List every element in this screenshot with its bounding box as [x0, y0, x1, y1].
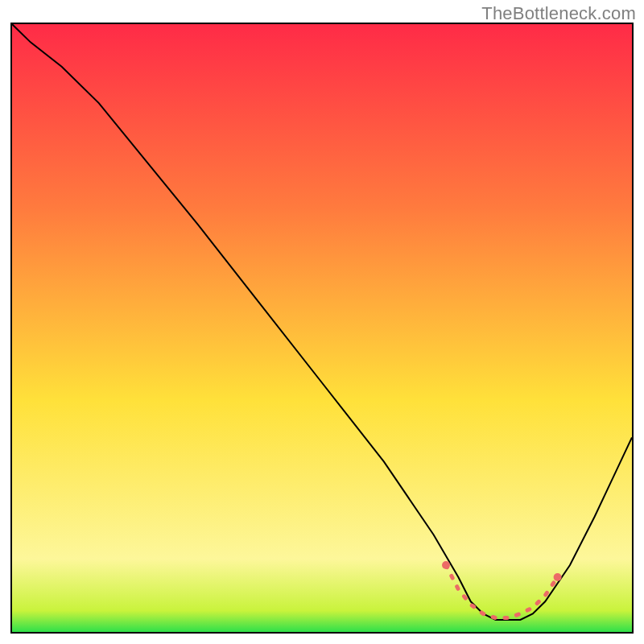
valley-endpoint-dot [442, 561, 450, 569]
chart-area [10, 23, 634, 634]
valley-endpoint-dot [554, 573, 562, 581]
bottleneck-curve [12, 24, 632, 620]
valley-highlight [446, 565, 558, 618]
chart-svg [12, 24, 632, 632]
watermark-text: TheBottleneck.com [481, 3, 636, 24]
